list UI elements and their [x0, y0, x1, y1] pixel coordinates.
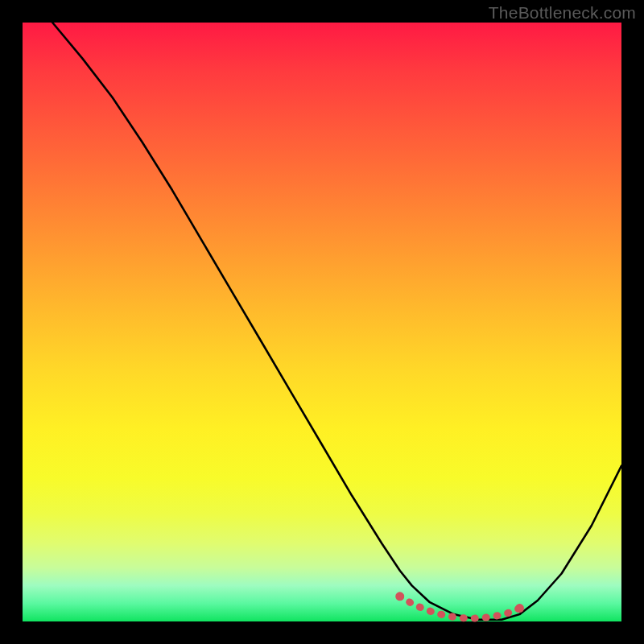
flat-region-marker: [395, 592, 524, 618]
plot-area: [23, 23, 621, 621]
watermark-text: TheBottleneck.com: [489, 3, 636, 23]
chart-svg: [23, 23, 621, 621]
chart-container: TheBottleneck.com: [0, 0, 644, 644]
flat-marker-endpoint: [515, 604, 524, 613]
flat-marker-endpoint: [395, 592, 404, 601]
bottleneck-curve: [52, 23, 621, 620]
